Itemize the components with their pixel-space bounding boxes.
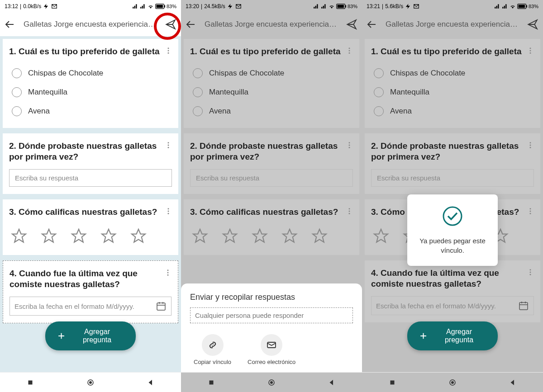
svg-point-44 bbox=[530, 208, 531, 209]
question-2: 2. Dónde probaste nuestras galletas por … bbox=[365, 133, 540, 194]
nav-home-icon[interactable] bbox=[267, 378, 276, 387]
question-title: 1. Cuál es tu tipo preferido de galleta bbox=[9, 46, 172, 57]
question-title: 2. Dónde probaste nuestras galletas por … bbox=[190, 141, 353, 163]
more-button[interactable] bbox=[163, 140, 174, 151]
radio-option[interactable]: Chispas de Chocolate bbox=[371, 64, 534, 83]
battery-icon bbox=[336, 3, 346, 9]
back-icon[interactable] bbox=[367, 19, 377, 30]
star-icon[interactable] bbox=[373, 228, 389, 244]
more-button[interactable] bbox=[525, 140, 536, 151]
sheet-title: Enviar y recopilar respuestas bbox=[190, 293, 353, 302]
star-icon[interactable] bbox=[311, 228, 328, 244]
svg-point-54 bbox=[451, 381, 454, 384]
more-button[interactable] bbox=[163, 206, 174, 217]
more-button[interactable] bbox=[344, 206, 355, 217]
radio-icon bbox=[12, 68, 22, 78]
status-battery: 83% bbox=[348, 4, 357, 9]
status-speed: 24.5kB/s bbox=[204, 3, 225, 9]
star-icon[interactable] bbox=[222, 228, 238, 244]
star-icon[interactable] bbox=[192, 228, 208, 244]
screen-3: 13:21| 5.6kB/s 83% Galletas Jorge encues… bbox=[362, 0, 543, 392]
svg-rect-32 bbox=[209, 380, 213, 384]
star-icon[interactable] bbox=[41, 228, 57, 244]
svg-point-11 bbox=[168, 213, 169, 214]
radio-icon bbox=[12, 87, 22, 97]
send-icon[interactable] bbox=[346, 19, 357, 30]
radio-option[interactable]: Avena bbox=[190, 102, 353, 121]
svg-rect-52 bbox=[390, 380, 394, 384]
nav-back-icon[interactable] bbox=[509, 378, 517, 387]
radio-option[interactable]: Mantequilla bbox=[371, 83, 534, 102]
text-input[interactable]: Escriba su respuesta bbox=[9, 169, 172, 187]
add-question-button[interactable]: Agregar pregunta bbox=[45, 321, 136, 350]
star-rating[interactable] bbox=[190, 224, 353, 248]
plus-icon bbox=[419, 331, 428, 340]
radio-icon bbox=[374, 87, 384, 97]
star-icon[interactable] bbox=[11, 228, 27, 244]
svg-point-42 bbox=[530, 144, 531, 146]
more-button[interactable] bbox=[525, 45, 536, 56]
radio-option[interactable]: Mantequilla bbox=[9, 83, 172, 102]
wifi-icon bbox=[329, 3, 335, 9]
svg-rect-2 bbox=[157, 5, 163, 8]
star-icon[interactable] bbox=[100, 228, 117, 244]
star-icon[interactable] bbox=[252, 228, 268, 244]
svg-point-12 bbox=[167, 269, 169, 271]
toast-dialog: Ya puedes pegar este vínculo. bbox=[407, 194, 498, 266]
date-input[interactable]: Escriba la fecha en el formato M/d/yyyy. bbox=[10, 297, 171, 316]
radio-option[interactable]: Avena bbox=[9, 102, 172, 121]
svg-point-3 bbox=[168, 47, 169, 49]
question-2: 2. Dónde probaste nuestras galletas por … bbox=[3, 133, 178, 194]
question-1: 1. Cuál es tu tipo preferido de galleta … bbox=[184, 39, 359, 128]
question-title: 3. Cómo calificas nuestras galletas? bbox=[190, 207, 353, 218]
nav-back-icon[interactable] bbox=[147, 378, 155, 387]
check-icon bbox=[442, 205, 463, 227]
more-button[interactable] bbox=[344, 45, 355, 56]
nav-bar bbox=[0, 372, 181, 392]
form-content: 1. Cuál es tu tipo preferido de galleta … bbox=[362, 36, 543, 372]
copy-link-action[interactable]: Copiar vínculo bbox=[194, 334, 231, 366]
status-bar: 13:12| 0.0kB/s 83% bbox=[0, 0, 181, 13]
date-input[interactable]: Escriba la fecha en el formato M/d/yyyy. bbox=[371, 296, 534, 315]
app-bar: Galletas Jorge encuesta experiencia u... bbox=[0, 13, 181, 36]
question-title: 2. Dónde probaste nuestras galletas por … bbox=[371, 141, 534, 163]
nav-recent-icon[interactable] bbox=[388, 378, 396, 387]
appbar-title: Galletas Jorge encuesta experiencia u... bbox=[386, 20, 519, 29]
star-icon[interactable] bbox=[281, 228, 298, 244]
radio-option[interactable]: Chispas de Chocolate bbox=[190, 64, 353, 83]
svg-point-30 bbox=[349, 213, 350, 214]
back-icon[interactable] bbox=[186, 19, 196, 30]
send-icon[interactable] bbox=[527, 19, 538, 30]
star-rating[interactable] bbox=[9, 224, 172, 248]
screen-1: 13:12| 0.0kB/s 83% Galletas Jorge encues… bbox=[0, 0, 181, 392]
more-button[interactable] bbox=[163, 45, 174, 56]
radio-option[interactable]: Avena bbox=[371, 102, 534, 121]
nav-back-icon[interactable] bbox=[328, 378, 336, 387]
more-button[interactable] bbox=[344, 140, 355, 151]
star-icon[interactable] bbox=[130, 228, 147, 244]
text-input[interactable]: Escriba su respuesta bbox=[190, 169, 353, 187]
sheet-permission-field[interactable]: Cualquier persona puede responder bbox=[190, 307, 353, 323]
svg-point-48 bbox=[530, 271, 531, 273]
send-icon[interactable] bbox=[165, 19, 176, 30]
nav-home-icon[interactable] bbox=[448, 378, 457, 387]
svg-point-22 bbox=[349, 47, 350, 49]
more-button[interactable] bbox=[162, 267, 173, 278]
svg-point-25 bbox=[349, 142, 350, 143]
email-action[interactable]: Correo electrónico bbox=[248, 334, 295, 366]
radio-option[interactable]: Mantequilla bbox=[190, 83, 353, 102]
add-question-button[interactable]: Agregar pregunta bbox=[407, 321, 498, 350]
star-icon[interactable] bbox=[71, 228, 87, 244]
svg-point-13 bbox=[167, 272, 169, 273]
svg-point-24 bbox=[349, 52, 350, 54]
more-button[interactable] bbox=[525, 267, 536, 278]
nav-recent-icon[interactable] bbox=[26, 378, 34, 387]
more-button[interactable] bbox=[525, 206, 536, 217]
text-input[interactable]: Escriba su respuesta bbox=[371, 169, 534, 187]
nav-home-icon[interactable] bbox=[86, 378, 95, 387]
back-icon[interactable] bbox=[5, 19, 15, 30]
nav-recent-icon[interactable] bbox=[207, 378, 215, 387]
radio-option[interactable]: Chispas de Chocolate bbox=[9, 64, 172, 83]
status-bar: 13:20| 24.5kB/s 83% bbox=[181, 0, 362, 13]
svg-point-43 bbox=[530, 146, 531, 148]
